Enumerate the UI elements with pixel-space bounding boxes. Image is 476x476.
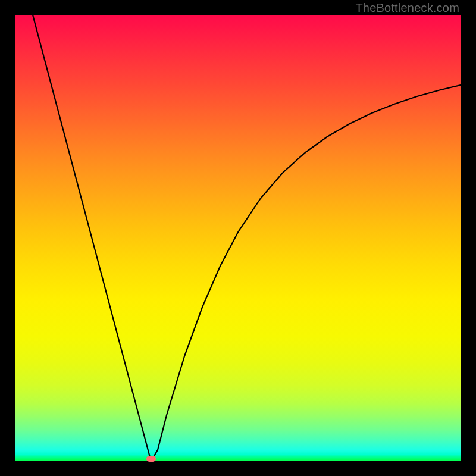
plot-area [15,15,461,461]
min-marker [146,456,156,462]
watermark-text: TheBottleneck.com [355,1,459,15]
bottleneck-curve [15,15,461,461]
chart-frame: TheBottleneck.com [0,0,476,476]
